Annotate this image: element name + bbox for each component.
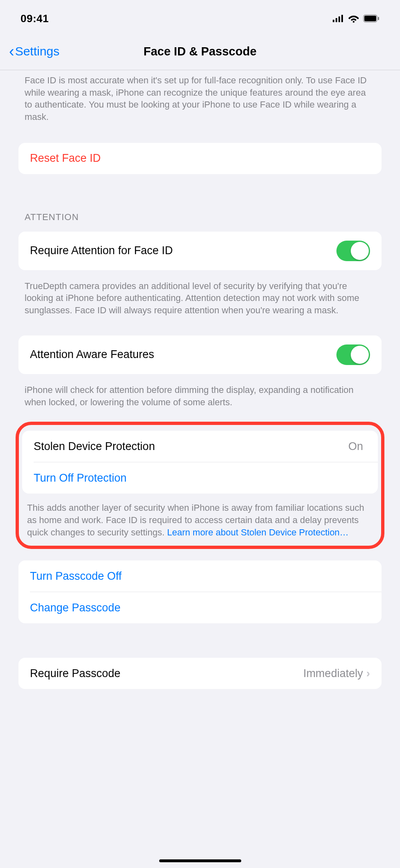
svg-rect-6 [364, 16, 376, 21]
faceid-mask-footer: Face ID is most accurate when it's set u… [0, 70, 400, 126]
attention-aware-label: Attention Aware Features [30, 348, 154, 361]
svg-rect-1 [336, 18, 337, 22]
nav-bar: ‹ Settings Face ID & Passcode [0, 33, 400, 70]
require-passcode-value: Immediately [303, 667, 363, 680]
sdp-group: Stolen Device Protection On Turn Off Pro… [22, 431, 378, 494]
content: Face ID is most accurate when it's set u… [0, 70, 400, 689]
highlight-box: Stolen Device Protection On Turn Off Pro… [16, 422, 384, 549]
require-attention-label: Require Attention for Face ID [30, 244, 173, 257]
cell-right: Immediately › [303, 667, 370, 680]
page-title: Face ID & Passcode [0, 45, 400, 58]
home-indicator[interactable] [159, 859, 241, 862]
turn-passcode-off-label: Turn Passcode Off [30, 570, 122, 583]
turn-passcode-off-button[interactable]: Turn Passcode Off [18, 560, 382, 592]
sdp-row[interactable]: Stolen Device Protection On [22, 431, 378, 462]
battery-icon [363, 14, 379, 23]
wifi-icon [348, 14, 359, 23]
attention-aware-row: Attention Aware Features [18, 335, 382, 374]
attention-header: ATTENTION [0, 179, 400, 227]
svg-rect-3 [341, 15, 343, 22]
svg-rect-0 [333, 20, 334, 22]
back-button[interactable]: ‹ Settings [9, 44, 59, 58]
attention-aware-footer: iPhone will check for attention before d… [0, 379, 400, 411]
require-attention-toggle[interactable] [336, 241, 370, 261]
change-passcode-label: Change Passcode [30, 602, 121, 614]
svg-point-4 [353, 21, 354, 23]
change-passcode-button[interactable]: Change Passcode [18, 592, 382, 623]
status-icons [333, 14, 379, 23]
cellular-icon [333, 15, 344, 22]
toggle-knob [351, 346, 369, 364]
require-passcode-label: Require Passcode [30, 667, 121, 680]
chevron-right-icon: › [366, 667, 370, 680]
reset-faceid-button[interactable]: Reset Face ID [18, 143, 382, 174]
attention-aware-toggle[interactable] [336, 344, 370, 365]
svg-rect-7 [378, 17, 379, 20]
require-attention-footer: TrueDepth camera provides an additional … [0, 275, 400, 320]
reset-faceid-label: Reset Face ID [30, 152, 101, 165]
sdp-turnoff-button[interactable]: Turn Off Protection [22, 462, 378, 494]
spacer [0, 628, 400, 653]
chevron-left-icon: ‹ [9, 45, 14, 57]
require-passcode-row[interactable]: Require Passcode Immediately › [18, 658, 382, 689]
sdp-turnoff-label: Turn Off Protection [34, 472, 127, 485]
toggle-knob [351, 242, 369, 260]
sdp-footer: This adds another layer of security when… [19, 497, 381, 542]
require-attention-row: Require Attention for Face ID [18, 232, 382, 270]
back-label: Settings [15, 44, 59, 58]
sdp-value: On [348, 440, 363, 453]
sdp-learn-more-link[interactable]: Learn more about Stolen Device Protectio… [167, 527, 349, 537]
attention-aware-group: Attention Aware Features [18, 335, 382, 374]
status-bar: 09:41 [0, 0, 400, 33]
sdp-label: Stolen Device Protection [34, 440, 155, 453]
status-time: 09:41 [21, 12, 49, 25]
require-passcode-group: Require Passcode Immediately › [18, 658, 382, 689]
reset-faceid-group: Reset Face ID [18, 143, 382, 174]
require-attention-group: Require Attention for Face ID [18, 232, 382, 270]
passcode-group: Turn Passcode Off Change Passcode [18, 560, 382, 623]
svg-rect-2 [338, 16, 340, 22]
